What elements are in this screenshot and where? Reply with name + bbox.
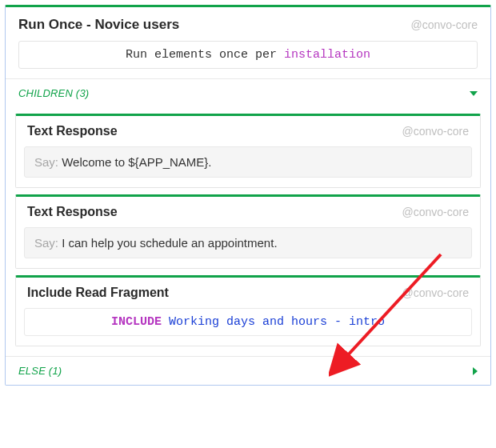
include-box: INCLUDE Working days and hours - intro (24, 308, 472, 336)
chevron-right-icon (473, 367, 478, 375)
child-tag: @convo-core (402, 206, 469, 218)
code-prefix: Run elements once per (126, 48, 284, 62)
child-card-include-fragment[interactable]: Include Read Fragment @convo-core INCLUD… (15, 275, 481, 346)
child-tag: @convo-core (402, 125, 469, 138)
code-keyword: installation (284, 48, 370, 62)
say-text: I can help you schedule an appointment. (62, 236, 277, 250)
run-once-card: Run Once - Novice users @convo-core Run … (5, 5, 491, 386)
child-card-text-response[interactable]: Text Response @convo-core Say: Welcome t… (15, 114, 481, 188)
child-header: Include Read Fragment @convo-core (16, 278, 480, 308)
child-tag: @convo-core (402, 286, 469, 299)
children-toggle[interactable]: CHILDREN (3) (6, 78, 490, 107)
card-header[interactable]: Run Once - Novice users @convo-core (6, 7, 490, 41)
say-label: Say: (34, 155, 62, 169)
say-text: Welcome to ${APP_NAME}. (62, 155, 211, 169)
card-title: Run Once - Novice users (18, 17, 179, 33)
else-toggle[interactable]: ELSE (1) (6, 356, 490, 385)
children-toggle-label: CHILDREN (3) (18, 87, 89, 99)
child-title: Include Read Fragment (27, 286, 169, 300)
say-box: Say: Welcome to ${APP_NAME}. (24, 146, 472, 178)
children-container: Text Response @convo-core Say: Welcome t… (6, 114, 490, 356)
say-box: Say: I can help you schedule an appointm… (24, 227, 472, 258)
code-summary: Run elements once per installation (18, 41, 478, 69)
say-label: Say: (34, 236, 62, 250)
child-title: Text Response (27, 124, 118, 138)
child-header: Text Response @convo-core (16, 197, 480, 227)
else-toggle-label: ELSE (1) (18, 365, 62, 377)
include-target: Working days and hours - intro (169, 315, 385, 329)
child-header: Text Response @convo-core (16, 116, 480, 146)
card-tag: @convo-core (411, 18, 478, 31)
include-keyword: INCLUDE (111, 315, 162, 329)
chevron-down-icon (470, 91, 478, 96)
child-card-text-response[interactable]: Text Response @convo-core Say: I can hel… (15, 194, 481, 269)
child-title: Text Response (27, 205, 118, 219)
